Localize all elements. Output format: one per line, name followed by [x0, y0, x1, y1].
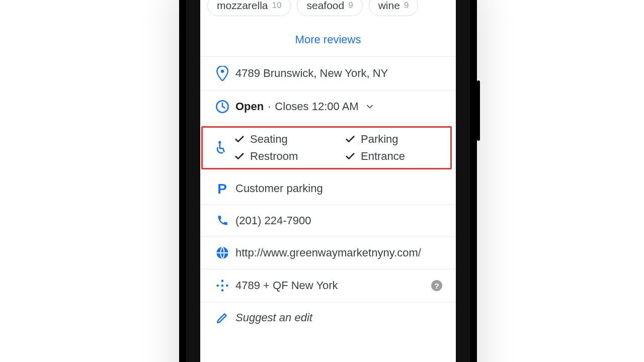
chevron-down-icon — [365, 102, 375, 112]
feature-label: Entrance — [361, 150, 405, 163]
website-text: http://www.greenwaymarketnyny.com/ — [235, 246, 447, 259]
svg-point-0 — [221, 70, 224, 73]
phone-row[interactable]: (201) 224-7900 — [200, 205, 456, 237]
hours-row[interactable]: Open · Closes 12:00 AM — [200, 90, 456, 123]
chip-count: 10 — [272, 1, 282, 11]
feature-parking: Parking — [345, 133, 445, 146]
feature-label: Parking — [361, 133, 398, 146]
help-badge: ? — [431, 280, 442, 291]
feature-label: Seating — [250, 133, 288, 146]
check-icon — [345, 151, 356, 162]
stage: delivery 3 italian 19 gourmet 12 — [0, 0, 644, 362]
parking-icon: P — [209, 182, 235, 196]
chip-label: wine — [378, 0, 400, 12]
hours-text: Open · Closes 12:00 AM — [235, 100, 447, 113]
more-reviews-link[interactable]: More reviews — [200, 26, 456, 57]
phone-icon — [209, 214, 235, 227]
more-reviews-label: More reviews — [295, 33, 361, 46]
feature-restroom: Restroom — [234, 150, 335, 163]
website-row[interactable]: http://www.greenwaymarketnyny.com/ — [200, 237, 456, 269]
review-topic-chips: delivery 3 italian 19 gourmet 12 — [200, 0, 456, 26]
closes-label: Closes 12:00 AM — [275, 100, 358, 113]
address-text: 4789 Brunswick, New York, NY — [235, 67, 447, 80]
chip-seafood[interactable]: seafood 9 — [297, 0, 362, 16]
parking-text: Customer parking — [235, 182, 447, 195]
plus-code-text: 4789 + QF New York — [235, 279, 427, 292]
accessibility-features: Seating Parking Restroom — [234, 133, 445, 163]
pencil-icon — [209, 311, 235, 324]
chip-wine[interactable]: wine 9 — [369, 0, 419, 16]
plus-code-icon — [209, 279, 235, 293]
chip-count: 9 — [348, 1, 353, 11]
chip-label: seafood — [306, 0, 344, 12]
chip-label: mozzarella — [217, 0, 268, 12]
phone-text: (201) 224-7900 — [235, 214, 447, 227]
phone-bezel: delivery 3 italian 19 gourmet 12 — [186, 0, 470, 362]
phone-side-button — [477, 80, 480, 141]
clock-icon — [209, 100, 235, 114]
svg-point-8 — [226, 285, 228, 287]
hours-separator: · — [268, 100, 271, 113]
address-row[interactable]: 4789 Brunswick, New York, NY — [200, 57, 456, 90]
chip-row-2: mozzarella 10 seafood 9 wine 9 — [207, 0, 449, 16]
parking-row[interactable]: P Customer parking — [200, 172, 456, 205]
svg-point-5 — [221, 280, 224, 282]
check-icon — [345, 134, 356, 145]
svg-point-6 — [216, 285, 219, 287]
svg-point-7 — [221, 285, 224, 287]
chip-count: 9 — [404, 1, 409, 11]
phone-frame: delivery 3 italian 19 gourmet 12 — [179, 0, 477, 362]
suggest-edit-row[interactable]: Suggest an edit — [200, 302, 456, 333]
check-icon — [234, 151, 245, 162]
check-icon — [234, 134, 245, 145]
open-label: Open — [235, 100, 264, 113]
suggest-edit-text: Suggest an edit — [235, 311, 447, 324]
help-icon[interactable]: ? — [427, 280, 447, 291]
chip-mozzarella[interactable]: mozzarella 10 — [207, 0, 291, 16]
accessibility-row[interactable]: Seating Parking Restroom — [201, 126, 452, 169]
feature-seating: Seating — [234, 133, 335, 146]
svg-point-9 — [221, 289, 224, 292]
accessibility-icon — [208, 140, 234, 155]
location-pin-icon — [209, 66, 235, 81]
phone-screen: delivery 3 italian 19 gourmet 12 — [200, 0, 456, 362]
plus-code-row[interactable]: 4789 + QF New York ? — [200, 269, 456, 302]
feature-entrance: Entrance — [345, 150, 445, 163]
feature-label: Restroom — [250, 150, 298, 163]
svg-text:P: P — [217, 182, 227, 196]
globe-icon — [209, 246, 235, 260]
